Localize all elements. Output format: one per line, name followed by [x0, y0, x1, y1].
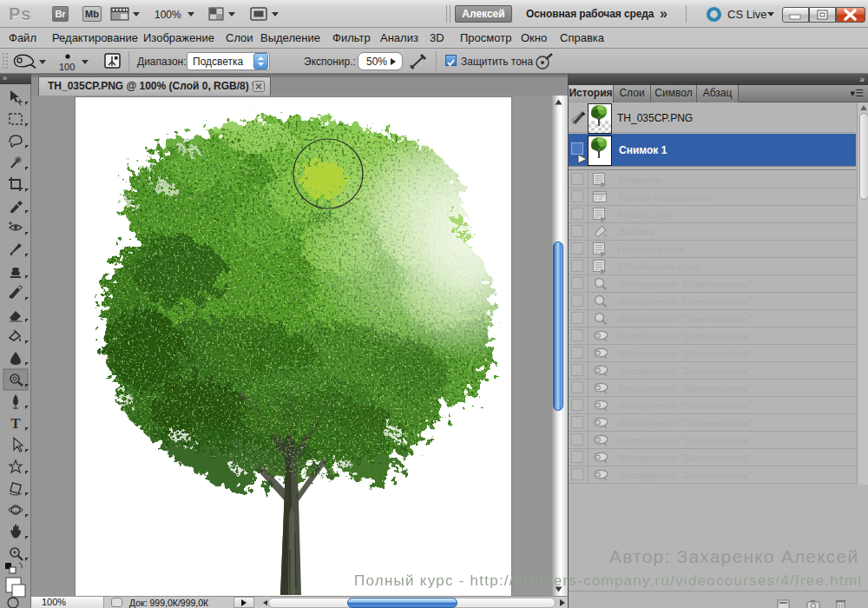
svg-text:T: T	[10, 415, 21, 432]
